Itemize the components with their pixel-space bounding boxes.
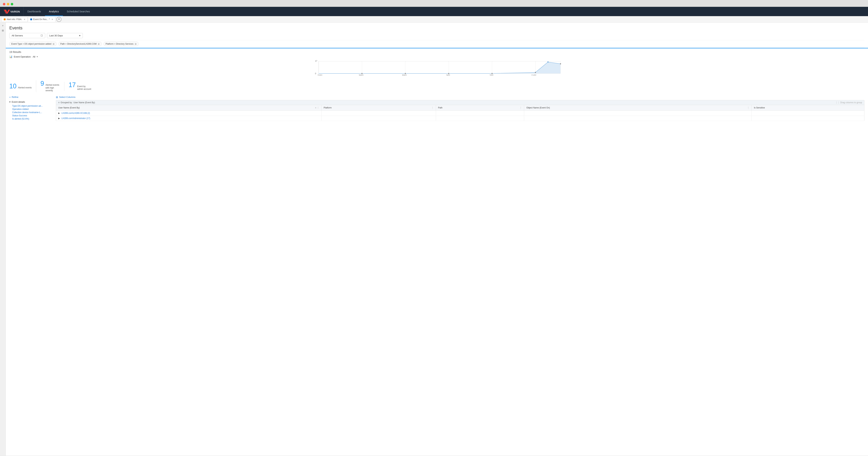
app-body: » ⊞ Events All Servers ☐ Last 30 Days ▾ …	[0, 23, 868, 456]
event-op-chevron-icon[interactable]: ▾	[37, 56, 38, 58]
date-filter-label: Last 30 Days	[49, 34, 63, 37]
data-table: User Name (Event By) ≡ ⋮	[56, 105, 864, 121]
tab-close-icon[interactable]: ×	[24, 18, 25, 21]
row-path	[436, 116, 524, 121]
tab-alert-info[interactable]: Alert info: F59A. ×	[1, 17, 28, 22]
row-username: ▶ LH289.com\LH289-XC16$ (2)	[56, 111, 321, 116]
server-filter[interactable]: All Servers ☐	[9, 33, 45, 38]
group-label: ≡ Grouped by: User Name (Event By)	[58, 101, 95, 104]
svg-text:VARONIS: VARONIS	[10, 10, 20, 13]
tab-color-indicator	[4, 19, 5, 20]
svg-text:7/02: 7/02	[490, 74, 493, 75]
col-menu-icon[interactable]: ⋮	[747, 107, 749, 109]
refine-item-status[interactable]: Status-Success	[9, 114, 53, 117]
refine-section-chevron-icon: ▾	[9, 100, 10, 103]
stats-row: 10 Alerted events 9 Alerted events with …	[9, 80, 864, 92]
select-columns-button[interactable]: ⊞ Select Columns	[56, 96, 864, 99]
refine-item-collection[interactable]: Collection device hostname-L...	[9, 111, 53, 114]
row-username: ▶ LH289.com\Administrator (17)	[56, 116, 321, 121]
stat-high-severity-label: Alerted events with high severity	[45, 84, 60, 92]
svg-text:17: 17	[315, 60, 317, 62]
drag-hint-icon: ⋮⋮	[835, 101, 840, 104]
col-header-path: Path ⋮	[436, 105, 524, 111]
columns-icon: ⊞	[56, 96, 58, 99]
svg-point-16	[492, 73, 493, 74]
stat-high-severity-number: 9	[40, 80, 44, 87]
grouped-by-value: User Name (Event By)	[73, 101, 95, 104]
svg-point-14	[405, 73, 406, 74]
filter-tag-remove-icon[interactable]: ⊗	[134, 42, 137, 45]
group-bar: ≡ Grouped by: User Name (Event By) ⋮⋮ Dr…	[56, 100, 864, 105]
date-filter-chevron-icon: ▾	[79, 34, 81, 37]
svg-point-13	[362, 73, 363, 74]
filter-tag-platform: Platform = Directory Services ⊗	[103, 41, 139, 46]
refine-header[interactable]: « Refine	[9, 96, 53, 98]
drag-hint: ⋮⋮ Drag columns to group	[835, 101, 862, 104]
top-nav: VARONIS Dashboards Analytics Scheduled S…	[0, 7, 868, 16]
col-header-is-sensitive: Is Sensitive	[752, 105, 864, 111]
filter-bar: All Servers ☐ Last 30 Days ▾	[9, 33, 864, 38]
row-platform	[321, 116, 436, 121]
close-button[interactable]	[3, 3, 5, 5]
grouped-by-label: Grouped by:	[61, 101, 72, 104]
nav-analytics[interactable]: Analytics	[45, 7, 63, 16]
filter-tag-label: Event Type = DS object permission added	[11, 43, 52, 45]
main-content: Events All Servers ☐ Last 30 Days ▾ Even…	[6, 23, 868, 456]
refine-item-operation[interactable]: Operation-Added	[9, 108, 53, 111]
refine-chevron-left-icon: «	[9, 96, 10, 98]
results-count: 19 Results	[9, 51, 864, 53]
stat-admin-account: 17 Event by admin account	[64, 82, 96, 91]
nav-scheduled-searches[interactable]: Scheduled Searches	[63, 7, 94, 16]
date-filter[interactable]: Last 30 Days ▾	[47, 33, 83, 38]
table-row: ▶ LH289.com\LH289-XC16$ (2)	[56, 111, 864, 116]
event-chart: 17 0	[9, 60, 864, 75]
svg-point-19	[560, 63, 561, 64]
svg-point-17	[535, 72, 536, 73]
stat-admin-account-label: Event by admin account	[77, 85, 92, 91]
filter-tag-remove-icon[interactable]: ⊗	[98, 42, 100, 45]
stat-admin-account-number: 17	[69, 82, 76, 88]
col-menu-icon[interactable]: ⋮	[520, 107, 522, 109]
fullscreen-button[interactable]	[11, 3, 13, 5]
refine-item-type[interactable]: Type-DS object permission ad...	[9, 104, 53, 108]
nav-items: Dashboards Analytics Scheduled Searches	[24, 7, 94, 16]
sidebar-expand-icon[interactable]: »	[2, 24, 4, 27]
server-filter-label: All Servers	[12, 34, 23, 37]
col-menu-icon[interactable]: ⋮	[432, 107, 434, 109]
filter-tag-remove-icon[interactable]: ⊗	[53, 42, 55, 45]
event-op-label: Event Operation:	[14, 55, 31, 58]
event-operation-bar: 📊 Event Operation: All ▾	[9, 55, 864, 58]
minimize-button[interactable]	[7, 3, 9, 5]
col-menu-icon[interactable]: ⋮	[317, 107, 319, 109]
window-chrome	[0, 0, 868, 7]
refine-section-event-details: ▾ Event details Type-DS object permissio…	[9, 100, 53, 120]
row-object	[524, 116, 752, 121]
refine-item-is-alerted[interactable]: Is alerted (52.6%)	[9, 117, 53, 120]
col-header-platform: Platform ⋮	[321, 105, 436, 111]
refine-section-title[interactable]: ▾ Event details	[9, 100, 53, 103]
table-row: ▶ LH289.com\Administrator (17)	[56, 116, 864, 121]
svg-point-15	[448, 73, 449, 74]
server-filter-expand-icon: ☐	[41, 34, 43, 37]
tab-event-on-res[interactable]: Event On Res... * ×	[28, 17, 55, 22]
tab-bar: Alert info: F59A. × Event On Res... * × …	[0, 16, 868, 23]
sidebar-database-icon[interactable]: ⊞	[2, 29, 4, 32]
stat-alerted-events-label: Alerted events	[18, 86, 32, 89]
tab-close-icon[interactable]: ×	[52, 18, 53, 21]
event-op-value: All	[33, 55, 35, 58]
add-tab-button[interactable]: +	[57, 17, 61, 22]
refine-title: Refine	[12, 96, 19, 98]
filter-tag-label: Path = DirectoryServices\LH289.COM	[60, 43, 97, 45]
row-expand-icon[interactable]: ▶	[58, 117, 60, 120]
row-expand-icon[interactable]: ▶	[58, 112, 60, 114]
svg-text:26/01: 26/01	[359, 74, 364, 75]
filter-tag-event-type: Event Type = DS object permission added …	[9, 41, 57, 46]
chart-area: 17 0	[9, 60, 864, 78]
row-sensitive	[752, 116, 864, 121]
filter-tag-label: Platform = Directory Services	[105, 43, 133, 45]
results-section: 19 Results 📊 Event Operation: All ▾ 17 0	[9, 49, 864, 124]
nav-dashboards[interactable]: Dashboards	[24, 7, 45, 16]
col-header-username: User Name (Event By) ≡ ⋮	[56, 105, 321, 111]
col-filter-icon[interactable]: ≡	[315, 107, 316, 109]
varonis-logo[interactable]: VARONIS	[0, 7, 24, 16]
